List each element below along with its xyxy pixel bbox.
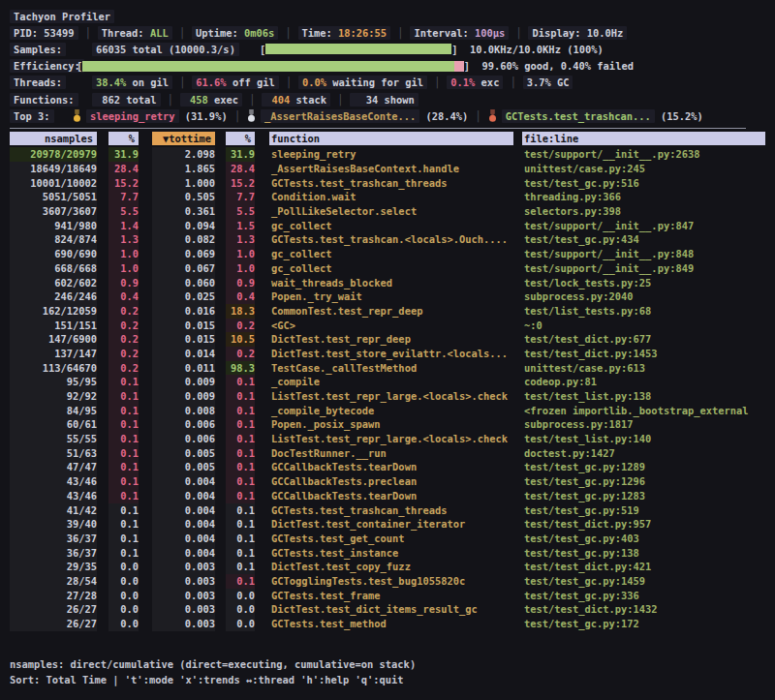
info-segment: Time: 18:26:55 <box>298 26 391 40</box>
table-row: 137/1470.20.0140.2DictTest.test_store_ev… <box>10 347 765 361</box>
bronze-medal-icon <box>488 109 497 122</box>
function-cell: wait_threads_blocked <box>269 276 513 290</box>
cum-percent-cell: 0.1 <box>226 489 255 503</box>
table-row: 51/630.10.0050.1DocTestRunner.__rundocte… <box>10 446 765 461</box>
direct-percent-cell: 0.1 <box>108 474 139 489</box>
table-row: 668/6681.00.0671.0gc_collecttest/support… <box>10 261 765 276</box>
tottime-cell: 0.005 <box>152 460 215 474</box>
tottime-cell: 0.505 <box>152 190 215 204</box>
cum-percent-cell: 31.9 <box>226 147 255 162</box>
tottime-cell: 0.014 <box>152 347 215 361</box>
tottime-cell: 0.004 <box>152 532 215 546</box>
separator-bar: │ <box>337 94 343 106</box>
tottime-cell: 0.082 <box>152 232 215 247</box>
function-cell: GCTests.test_frame <box>269 589 513 603</box>
functions-stat-label: stack <box>290 94 326 106</box>
footer: nsamples: direct/cumulative (direct=exec… <box>10 656 765 687</box>
cum-percent-cell: 1.0 <box>226 261 255 276</box>
cum-percent-cell: 1.0 <box>226 247 255 261</box>
file-line-cell: test/lock_tests.py:25 <box>522 276 765 290</box>
function-cell: _compile_bytecode <box>269 404 513 418</box>
footer-keybindings: Sort: Total Time | 't':mode 'x':trends ↔… <box>10 672 765 687</box>
direct-percent-cell: 0.1 <box>108 517 139 532</box>
function-cell: DictTest.test_copy_fuzz <box>269 560 513 574</box>
table-row: 113/646700.20.01198.3TestCase._callTestM… <box>10 361 765 376</box>
tottime-cell: 0.009 <box>152 389 215 404</box>
nsamples-cell: 26/27 <box>10 617 97 631</box>
nsamples-cell: 147/6900 <box>10 332 97 347</box>
table-row: 41/420.10.0040.1GCTests.test_trashcan_th… <box>10 503 765 518</box>
table-body: 20978/2097931.92.09831.9sleeping_retryte… <box>10 147 765 630</box>
tottime-cell: 0.067 <box>152 261 215 276</box>
file-line-cell: test/support/__init__.py:849 <box>522 261 765 276</box>
file-line-cell: selectors.py:398 <box>522 204 765 219</box>
table-row: 10001/1000215.21.00015.2GCTests.test_tra… <box>10 176 765 191</box>
tottime-cell: 0.006 <box>152 417 215 432</box>
cum-percent-cell: 0.4 <box>226 289 255 304</box>
file-line-cell: threading.py:366 <box>522 190 765 204</box>
nsamples-cell: 51/63 <box>10 446 97 461</box>
threads-stat: 61.6% off gil <box>192 76 278 89</box>
table-row: 36/370.10.0040.1GCTests.test_get_countte… <box>10 532 765 546</box>
threads-stat-label: on gil <box>126 76 169 88</box>
info-segment-value: 10.0Hz <box>587 27 624 39</box>
file-line-cell: test/test_list.py:140 <box>522 432 765 446</box>
file-line-cell: test/test_gc.py:1289 <box>522 460 765 474</box>
separator-bar: │ <box>179 76 185 88</box>
direct-percent-cell: 0.0 <box>108 602 139 617</box>
functions-stat-label: total <box>120 94 157 106</box>
tottime-cell: 0.003 <box>152 617 215 631</box>
column-header-tottime-sorted[interactable]: ▼tottime <box>152 132 215 145</box>
samples-label: Samples: <box>10 43 66 56</box>
tottime-cell: 0.069 <box>152 247 215 261</box>
column-header-cum-pct[interactable]: % <box>226 132 255 145</box>
function-cell: GCTogglingTests.test_bug1055820c <box>269 574 513 589</box>
info-segment-value: 18:26:55 <box>338 27 387 39</box>
info-segment-label: Display: <box>532 27 586 39</box>
separator-bar: │ <box>510 76 515 88</box>
column-header-file-line[interactable]: file:line <box>522 132 765 145</box>
info-segment-label: Uptime: <box>196 27 244 39</box>
column-header-nsamples[interactable]: nsamples <box>10 132 97 145</box>
table-row: 690/6901.00.0691.0gc_collecttest/support… <box>10 247 765 261</box>
tottime-cell: 0.004 <box>152 517 215 532</box>
file-line-cell: test/test_dict.py:957 <box>522 517 765 532</box>
function-cell: gc_collect <box>269 247 513 261</box>
threads-stat-value: 38.4% <box>96 76 126 88</box>
threads-stat-label: off gil <box>227 76 275 88</box>
nsamples-cell: 28/54 <box>10 574 97 589</box>
direct-percent-cell: 0.2 <box>108 361 139 376</box>
file-line-cell: test/test_list.py:138 <box>522 389 765 404</box>
samples-rate: 10.0KHz/10.0KHz (100%) <box>470 44 604 55</box>
direct-percent-cell: 7.7 <box>108 190 139 204</box>
function-cell: GCTests.test_instance <box>269 546 513 561</box>
file-line-cell: test/test_gc.py:172 <box>522 617 765 631</box>
function-cell: ListTest.test_repr_large.<locals>.check <box>269 432 513 446</box>
nsamples-cell: 5051/5051 <box>10 190 97 204</box>
functions-stat: 862 total <box>92 93 161 107</box>
column-header-function[interactable]: function <box>269 132 513 145</box>
function-cell: _compile <box>269 375 513 389</box>
efficiency-good-bar <box>82 61 453 72</box>
table-row: 55/550.10.0060.1ListTest.test_repr_large… <box>10 432 765 446</box>
efficiency-line: Efficiency: [] 99.60% good, 0.40% failed <box>10 58 765 75</box>
top3-function-name: sleeping_retry <box>86 109 179 123</box>
info-segment-value: 0m06s <box>244 27 274 39</box>
top3-percent: (28.4%) <box>419 110 468 122</box>
functions-line: Functions: 862 total│458 exec│404 stack│… <box>10 91 765 107</box>
efficiency-failed-bar <box>454 61 464 72</box>
table-row: 18649/1864928.41.86528.4_AssertRaisesBas… <box>10 162 765 176</box>
tottime-cell: 0.015 <box>152 319 215 333</box>
tottime-cell: 1.000 <box>152 176 215 191</box>
nsamples-cell: 824/874 <box>10 232 97 247</box>
cum-percent-cell: 1.5 <box>226 219 255 233</box>
info-segment-value: 100µs <box>475 27 505 39</box>
direct-percent-cell: 0.2 <box>108 332 139 347</box>
file-line-cell: subprocess.py:1817 <box>522 417 765 432</box>
table-row: 29/350.00.0030.1DictTest.test_copy_fuzzt… <box>10 560 765 574</box>
function-cell: DictTest.test_store_evilattr.<locals... <box>269 347 513 361</box>
threads-stat: 0.0% waiting for gil <box>298 76 427 89</box>
separator-bar: │ <box>286 76 292 88</box>
column-header-direct-pct[interactable]: % <box>108 132 139 145</box>
file-line-cell: ~:0 <box>522 319 765 333</box>
